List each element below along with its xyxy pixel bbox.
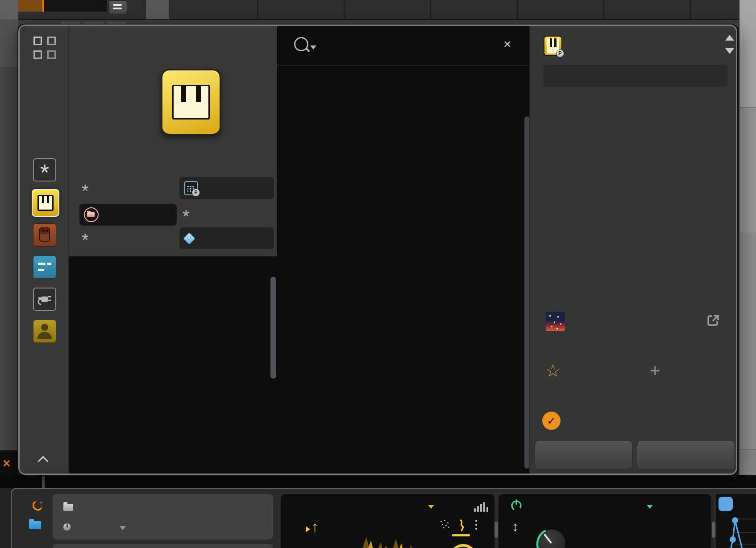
updown-arrow-icon[interactable] — [512, 519, 519, 534]
filter-panel: * * * — [69, 26, 277, 474]
external-link-icon[interactable] — [706, 314, 720, 327]
filter-category-selected[interactable] — [79, 204, 177, 226]
plug-icon — [37, 292, 53, 307]
note-fx-tab-button[interactable] — [33, 255, 56, 279]
filter-dropdown-icon[interactable] — [647, 505, 653, 509]
results-scrollbar[interactable] — [524, 116, 529, 469]
cancel-button[interactable] — [535, 441, 633, 470]
browser-popup: * * * — [18, 25, 737, 475]
filter-section — [498, 494, 711, 548]
instruments-big-icon — [161, 69, 221, 135]
voices-bars-icon — [474, 502, 491, 512]
filter-device[interactable]: * — [82, 230, 92, 246]
browser-source-strip — [20, 26, 69, 474]
moon-icon[interactable] — [31, 502, 42, 512]
search-bar: × — [277, 26, 529, 66]
filter-tags[interactable] — [179, 227, 274, 249]
piano-icon — [37, 195, 54, 211]
background-column — [146, 0, 169, 19]
any-device-type-button[interactable] — [33, 158, 56, 181]
user-content-tab-button[interactable] — [33, 320, 56, 343]
device-header — [53, 494, 273, 540]
bitwig-browser-screen: { "colors": { "selection_blue": "#3a73a3… — [0, 0, 756, 548]
mode-dropdown-icon[interactable] — [120, 526, 126, 530]
wavetable-waveform[interactable] — [343, 525, 437, 548]
right-scroll-area[interactable] — [739, 0, 756, 488]
device-panel: ↑ — [11, 488, 756, 548]
audio-fx-tab-button[interactable] — [33, 223, 56, 247]
add-collection-icon[interactable]: + — [650, 362, 660, 379]
spray-mode-icon[interactable] — [440, 521, 449, 530]
step-mode-icon[interactable] — [475, 520, 477, 530]
wavetable-knob[interactable] — [449, 544, 477, 548]
power-icon[interactable] — [510, 499, 523, 512]
bend-mode-icon[interactable] — [458, 519, 465, 532]
search-clear-icon[interactable]: × — [503, 37, 511, 51]
live-preview-checkbox[interactable] — [542, 412, 561, 430]
search-icon[interactable] — [294, 37, 308, 51]
mode-knob-icon — [63, 523, 71, 531]
package-thumbnail[interactable] — [546, 312, 565, 331]
filter-creator[interactable]: * — [183, 206, 193, 222]
preset-piano-icon — [544, 36, 562, 56]
browser-grid-icon[interactable] — [33, 37, 56, 59]
wavetable-dropdown-icon[interactable] — [428, 505, 434, 509]
show-presets-button[interactable] — [543, 65, 728, 87]
creator-row — [546, 204, 734, 225]
details-panel: + — [529, 26, 737, 474]
any-icon: * — [82, 235, 89, 244]
device-row — [546, 224, 734, 245]
category-row — [546, 183, 734, 204]
left-dock — [0, 0, 18, 488]
any-icon: * — [82, 186, 89, 195]
remote-controls-section — [716, 494, 756, 548]
filter-location[interactable]: * — [82, 181, 92, 197]
instrument-type-buttons — [93, 152, 277, 178]
device-header-row2[interactable] — [53, 544, 273, 548]
results-panel: × — [277, 26, 529, 474]
collection-star-icon[interactable] — [545, 362, 561, 379]
background-track-header — [44, 0, 107, 12]
preset-folder-icon[interactable] — [63, 504, 73, 511]
collapse-chevron-icon[interactable] — [38, 455, 48, 465]
close-panel-icon[interactable]: × — [3, 457, 11, 470]
preset-results-list — [277, 66, 529, 474]
next-preset-arrow-icon[interactable] — [725, 48, 734, 54]
cutoff-knob[interactable] — [537, 528, 566, 548]
previous-preset-arrow-icon[interactable] — [725, 35, 734, 41]
plugins-tab-button[interactable] — [33, 288, 56, 311]
wavetable-section: ↑ — [281, 494, 494, 548]
filter-preset-source[interactable] — [179, 177, 274, 199]
search-options-chevron-icon[interactable] — [310, 45, 316, 49]
bitwig-presets-icon — [184, 181, 198, 195]
envelope-curve[interactable] — [716, 494, 756, 548]
instruments-tab-button[interactable] — [32, 189, 59, 217]
tags-row — [546, 245, 703, 266]
ok-button[interactable] — [637, 441, 735, 470]
mode-underline — [452, 534, 470, 536]
browser-folder-icon[interactable] — [29, 521, 41, 529]
menu-icon[interactable] — [108, 0, 127, 14]
category-scrollbar[interactable] — [270, 277, 276, 379]
section-divider-handle[interactable] — [712, 522, 715, 538]
section-divider-handle[interactable] — [494, 522, 498, 538]
any-icon: * — [183, 212, 190, 221]
category-folder-icon — [84, 207, 99, 222]
preset-metadata — [546, 183, 734, 266]
tag-icon — [183, 232, 195, 244]
category-list — [69, 256, 277, 474]
